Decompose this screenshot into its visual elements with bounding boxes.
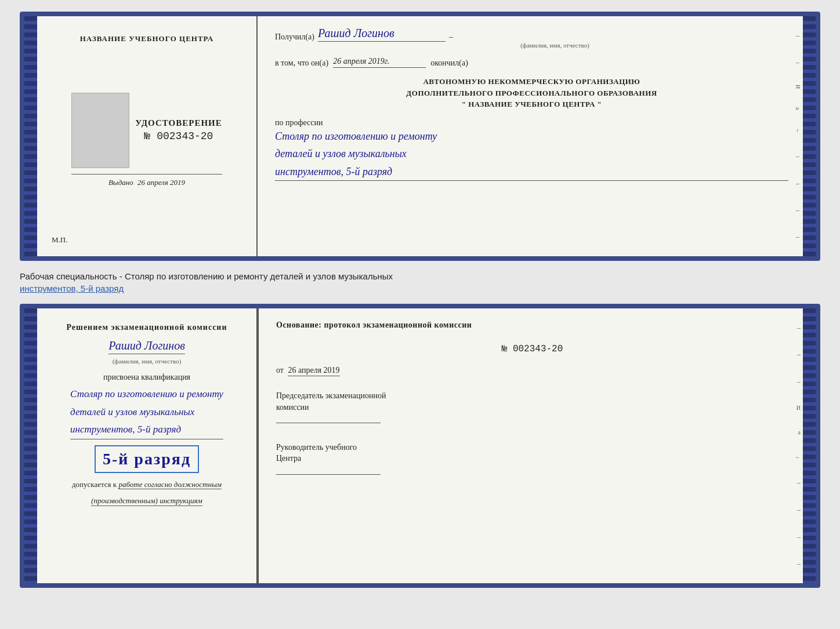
допускается-line: допускается к работе согласно должностны… [72, 480, 222, 489]
dash: – [449, 32, 453, 42]
osnov-block: Основание: протокол экзаменационной коми… [276, 319, 788, 331]
руководитель-signature-line [276, 464, 381, 475]
руководитель-label2: Центра [276, 453, 788, 464]
left-edge-decoration [24, 16, 37, 256]
osnov-date: от 26 апреля 2019 [276, 366, 788, 375]
cert-issued-line: Выдано 26 апреля 2019 [71, 174, 222, 187]
ot-date: 26 апреля 2019 [288, 366, 339, 376]
rank-box: 5-й разряд [95, 445, 199, 473]
org-line1: АВТОНОМНУЮ НЕКОММЕРЧЕСКУЮ ОРГАНИЗАЦИЮ [275, 76, 788, 88]
right-edge-decoration: – – И а ← – – – – [792, 16, 803, 256]
confirm-date: 26 апреля 2019г. [333, 57, 426, 68]
chairman-label2: комиссии [276, 402, 788, 413]
qual-line1: Столяр по изготовлению и ремонту [70, 386, 223, 403]
school-name-header: НАЗВАНИЕ УЧЕБНОГО ЦЕНТРА [80, 34, 214, 44]
bottom-cert-left-panel: Решением экзаменационной комиссии Рашид … [37, 308, 258, 583]
bottom-certificate: Решением экзаменационной комиссии Рашид … [20, 304, 820, 588]
issued-date: 26 апреля 2019 [137, 178, 185, 187]
fio-label: (фамилия, имя, отчество) [321, 42, 788, 49]
руководитель-block: Руководитель учебного Центра [276, 442, 788, 478]
ot-label: от [276, 366, 284, 375]
prof-line3: инструментов, 5-й разряд [275, 163, 788, 181]
decision-text: Решением экзаменационной комиссии [67, 321, 227, 333]
prof-line1: Столяр по изготовлению и ремонту [275, 128, 788, 146]
decision-fio: (фамилия, имя, отчество) [113, 358, 182, 365]
qual-name: Столяр по изготовлению и ремонту деталей… [70, 386, 223, 439]
confirm-line: в том, что он(а) 26 апреля 2019г. окончи… [275, 57, 788, 68]
top-certificate: НАЗВАНИЕ УЧЕБНОГО ЦЕНТРА УДОСТОВЕРЕНИЕ №… [20, 12, 820, 261]
confirm-end: окончил(а) [430, 59, 468, 68]
confirm-label: в том, что он(а) [275, 59, 328, 68]
profession-section: по профессии Столяр по изготовлению и ре… [275, 118, 788, 181]
руководитель-label: Руководитель учебного [276, 442, 788, 453]
top-cert-right-panel: Получил(а) Рашид Логинов – (фамилия, имя… [258, 16, 803, 256]
prof-line2: деталей и узлов музыкальных [275, 145, 788, 163]
between-line2: инструментов, 5-й разряд [20, 282, 820, 294]
chairman-block: Председатель экзаменационной комиссии [276, 390, 788, 427]
chairman-label: Председатель экзаменационной [276, 390, 788, 402]
mp-stamp: М.П. [52, 235, 67, 245]
cert-number: № 002343-20 [135, 130, 222, 142]
assigned-label: присвоена квалификация [103, 373, 190, 382]
decision-name: Рашид Логинов [108, 339, 185, 354]
photo-placeholder [71, 93, 129, 168]
bottom-right-edge-outer [803, 308, 816, 583]
qual-line2: деталей и узлов музыкальных [70, 403, 223, 421]
org-block: АВТОНОМНУЮ НЕКОММЕРЧЕСКУЮ ОРГАНИЗАЦИЮ ДО… [275, 76, 788, 110]
допускается-italic2: (производственным) инструкциям [91, 496, 202, 506]
between-line1: Рабочая специальность - Столяр по изгото… [20, 270, 820, 282]
qual-line3: инструментов, 5-й разряд [70, 421, 223, 439]
issued-label: Выдано [108, 178, 133, 187]
received-line: Получил(а) Рашид Логинов – [275, 27, 788, 42]
допускается-italic: работе согласно должностным [118, 480, 222, 489]
recipient-name: Рашид Логинов [318, 27, 446, 42]
osnov-number: № 002343-20 [276, 344, 788, 354]
right-edge-decoration-outer [803, 16, 816, 256]
bottom-cert-right-panel: Основание: протокол экзаменационной коми… [259, 308, 803, 583]
received-label: Получил(а) [275, 32, 314, 42]
profession-label: по профессии [275, 118, 788, 128]
top-cert-left-panel: НАЗВАНИЕ УЧЕБНОГО ЦЕНТРА УДОСТОВЕРЕНИЕ №… [37, 16, 258, 256]
chairman-signature-line [276, 413, 381, 423]
допускается-label: допускается к [72, 480, 117, 489]
org-line3: " НАЗВАНИЕ УЧЕБНОГО ЦЕНТРА " [275, 99, 788, 110]
bottom-left-edge [24, 308, 37, 583]
org-line2: ДОПОЛНИТЕЛЬНОГО ПРОФЕССИОНАЛЬНОГО ОБРАЗО… [275, 88, 788, 99]
between-text-block: Рабочая специальность - Столяр по изгото… [20, 267, 820, 298]
profession-name: Столяр по изготовлению и ремонту деталей… [275, 128, 788, 181]
cert-title: УДОСТОВЕРЕНИЕ [135, 118, 222, 128]
bottom-right-edge-decoration: – – – И а ← – – – – [792, 308, 803, 583]
